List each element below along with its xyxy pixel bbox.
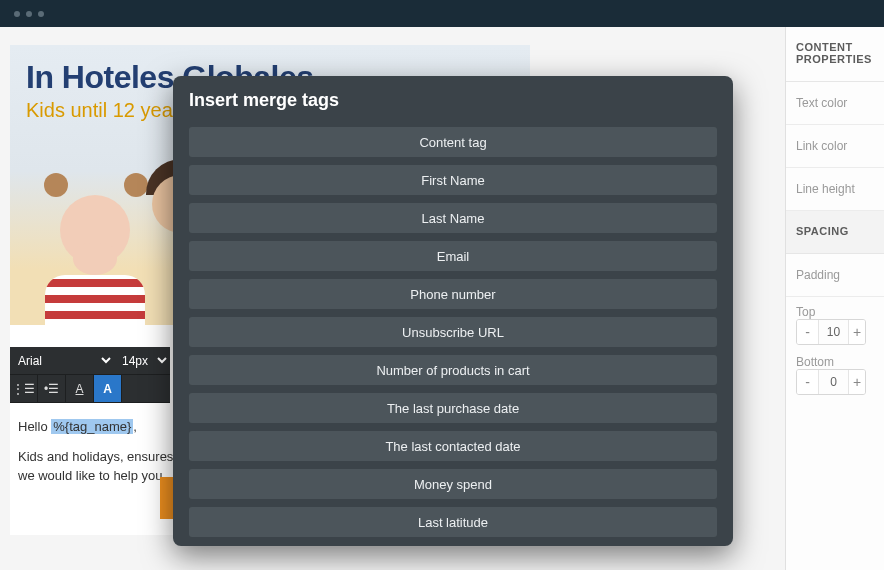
merge-tag-option[interactable]: Money spend [189,469,717,499]
padding-bottom-stepper[interactable]: - 0 + [796,369,866,395]
merge-tag-option[interactable]: Unsubscribe URL [189,317,717,347]
merge-tag-list: Content tag First Name Last Name Email P… [189,127,717,537]
ordered-list-icon[interactable]: ⋮☰ [10,375,38,402]
highlight-color-icon[interactable]: A [94,375,122,402]
merge-tag-option[interactable]: Phone number [189,279,717,309]
font-size-select[interactable]: 14px [114,347,170,374]
plus-icon[interactable]: + [849,320,865,344]
merge-tag-option[interactable]: Last Name [189,203,717,233]
line-height-property[interactable]: Line height [786,168,884,211]
font-family-select[interactable]: Arial [10,347,114,374]
window-dot-icon [14,11,20,17]
minus-icon[interactable]: - [797,370,819,394]
window-dot-icon [26,11,32,17]
greeting-suffix: , [133,419,137,434]
greeting-prefix: Hello [18,419,51,434]
window-titlebar [0,0,884,27]
stepper-value: 10 [819,320,849,344]
link-color-property[interactable]: Link color [786,125,884,168]
plus-icon[interactable]: + [849,370,865,394]
panel-section-title: SPACING [796,225,874,237]
property-label: Text color [796,96,847,110]
app-root: In Hoteles Globales Kids until 12 years … [0,0,884,570]
minus-icon[interactable]: - [797,320,819,344]
properties-panel: CONTENT PROPERTIES Text color Link color… [785,27,884,570]
text-toolbar: Arial 14px ⋮☰ •☰ A A [10,347,170,403]
property-label: Line height [796,182,855,196]
bottom-label: Bottom [796,355,834,369]
padding-top-stepper[interactable]: - 10 + [796,319,866,345]
font-color-icon[interactable]: A [66,375,94,402]
merge-tag-option[interactable]: Last latitude [189,507,717,537]
text-color-property[interactable]: Text color [786,82,884,125]
merge-tag-option[interactable]: The last contacted date [189,431,717,461]
top-label: Top [796,305,815,319]
insert-merge-tags-modal: Insert merge tags Content tag First Name… [173,76,733,546]
window-dot-icon [38,11,44,17]
property-label: Link color [796,139,847,153]
merge-tag-option[interactable]: Number of products in cart [189,355,717,385]
modal-title: Insert merge tags [189,90,717,111]
unordered-list-icon[interactable]: •☰ [38,375,66,402]
merge-tag-option[interactable]: Email [189,241,717,271]
merge-tag-option[interactable]: The last purchase date [189,393,717,423]
merge-tag-option[interactable]: First Name [189,165,717,195]
padding-property[interactable]: Padding [786,254,884,297]
property-label: Padding [796,268,840,282]
merge-tag-token[interactable]: %{tag_name} [51,419,133,434]
panel-section-title: CONTENT PROPERTIES [796,41,874,65]
stepper-value: 0 [819,370,849,394]
merge-tag-option[interactable]: Content tag [189,127,717,157]
